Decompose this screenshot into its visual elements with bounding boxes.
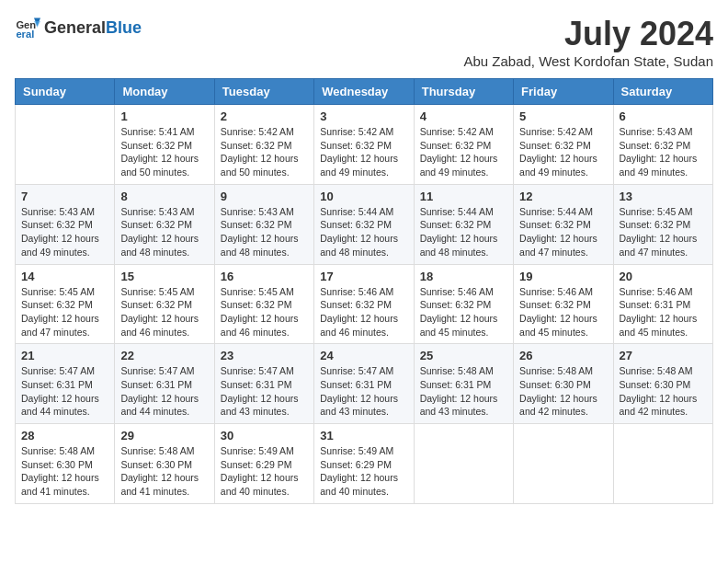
day-number: 20	[620, 270, 707, 283]
day-info: Sunrise: 5:44 AM Sunset: 6:32 PM Dayligh…	[420, 205, 507, 259]
calendar-cell: 15Sunrise: 5:45 AM Sunset: 6:32 PM Dayli…	[115, 264, 214, 344]
calendar-cell: 8Sunrise: 5:43 AM Sunset: 6:32 PM Daylig…	[115, 184, 214, 264]
calendar-cell: 16Sunrise: 5:45 AM Sunset: 6:32 PM Dayli…	[214, 264, 313, 344]
calendar-cell: 3Sunrise: 5:42 AM Sunset: 6:32 PM Daylig…	[314, 105, 414, 185]
day-header-saturday: Saturday	[613, 79, 712, 105]
day-number: 5	[519, 109, 607, 123]
day-number: 10	[320, 190, 407, 203]
day-number: 8	[120, 190, 208, 203]
day-info: Sunrise: 5:46 AM Sunset: 6:31 PM Dayligh…	[620, 285, 707, 339]
day-number: 9	[221, 190, 308, 203]
day-header-wednesday: Wednesday	[314, 79, 414, 105]
logo-icon: Gen eral	[15, 15, 40, 40]
day-info: Sunrise: 5:48 AM Sunset: 6:30 PM Dayligh…	[21, 444, 108, 499]
header: Gen eral GeneralBlue July 2024 Abu Zabad…	[15, 15, 713, 69]
day-info: Sunrise: 5:47 AM Sunset: 6:31 PM Dayligh…	[21, 364, 108, 419]
day-info: Sunrise: 5:42 AM Sunset: 6:32 PM Dayligh…	[320, 125, 407, 179]
svg-text:eral: eral	[16, 29, 34, 40]
day-number: 30	[221, 429, 308, 442]
day-number: 11	[420, 190, 507, 203]
calendar-cell: 24Sunrise: 5:47 AM Sunset: 6:31 PM Dayli…	[314, 344, 414, 424]
calendar-cell: 2Sunrise: 5:42 AM Sunset: 6:32 PM Daylig…	[214, 105, 313, 185]
day-info: Sunrise: 5:46 AM Sunset: 6:32 PM Dayligh…	[320, 285, 407, 339]
day-info: Sunrise: 5:45 AM Sunset: 6:32 PM Dayligh…	[620, 205, 707, 259]
calendar-cell: 26Sunrise: 5:48 AM Sunset: 6:30 PM Dayli…	[514, 344, 613, 424]
day-number: 7	[21, 190, 108, 203]
day-header-friday: Friday	[514, 79, 613, 105]
day-info: Sunrise: 5:43 AM Sunset: 6:32 PM Dayligh…	[221, 205, 308, 259]
day-info: Sunrise: 5:48 AM Sunset: 6:30 PM Dayligh…	[519, 364, 607, 419]
day-number: 28	[21, 429, 108, 442]
calendar-cell: 10Sunrise: 5:44 AM Sunset: 6:32 PM Dayli…	[314, 184, 414, 264]
calendar-cell	[613, 424, 712, 504]
week-row-2: 7Sunrise: 5:43 AM Sunset: 6:32 PM Daylig…	[16, 184, 713, 264]
day-number: 14	[21, 270, 108, 283]
day-header-tuesday: Tuesday	[214, 79, 313, 105]
logo-text: GeneralBlue	[44, 18, 142, 38]
day-number: 24	[320, 349, 407, 362]
calendar-body: 1Sunrise: 5:41 AM Sunset: 6:32 PM Daylig…	[16, 105, 713, 504]
day-number: 27	[620, 349, 707, 362]
day-info: Sunrise: 5:49 AM Sunset: 6:29 PM Dayligh…	[320, 444, 407, 499]
calendar-table: SundayMondayTuesdayWednesdayThursdayFrid…	[15, 78, 713, 504]
day-info: Sunrise: 5:48 AM Sunset: 6:30 PM Dayligh…	[620, 364, 707, 419]
calendar-cell: 9Sunrise: 5:43 AM Sunset: 6:32 PM Daylig…	[214, 184, 313, 264]
day-info: Sunrise: 5:44 AM Sunset: 6:32 PM Dayligh…	[320, 205, 407, 259]
day-info: Sunrise: 5:42 AM Sunset: 6:32 PM Dayligh…	[221, 125, 308, 179]
day-header-monday: Monday	[115, 79, 214, 105]
day-number: 19	[519, 270, 607, 283]
calendar-cell: 5Sunrise: 5:42 AM Sunset: 6:32 PM Daylig…	[514, 105, 613, 185]
calendar-cell: 12Sunrise: 5:44 AM Sunset: 6:32 PM Dayli…	[514, 184, 613, 264]
calendar-cell: 6Sunrise: 5:43 AM Sunset: 6:32 PM Daylig…	[613, 105, 712, 185]
day-info: Sunrise: 5:45 AM Sunset: 6:32 PM Dayligh…	[21, 285, 108, 339]
calendar-cell: 14Sunrise: 5:45 AM Sunset: 6:32 PM Dayli…	[16, 264, 115, 344]
day-number: 3	[320, 109, 407, 123]
day-info: Sunrise: 5:48 AM Sunset: 6:31 PM Dayligh…	[420, 364, 507, 419]
day-number: 21	[21, 349, 108, 362]
day-info: Sunrise: 5:43 AM Sunset: 6:32 PM Dayligh…	[120, 205, 208, 259]
calendar-cell: 1Sunrise: 5:41 AM Sunset: 6:32 PM Daylig…	[115, 105, 214, 185]
calendar-cell	[514, 424, 613, 504]
day-info: Sunrise: 5:42 AM Sunset: 6:32 PM Dayligh…	[519, 125, 607, 179]
header-row: SundayMondayTuesdayWednesdayThursdayFrid…	[16, 79, 713, 105]
calendar-cell: 17Sunrise: 5:46 AM Sunset: 6:32 PM Dayli…	[314, 264, 414, 344]
calendar-cell: 13Sunrise: 5:45 AM Sunset: 6:32 PM Dayli…	[613, 184, 712, 264]
day-header-thursday: Thursday	[414, 79, 513, 105]
main-title: July 2024	[463, 15, 713, 53]
calendar-cell: 31Sunrise: 5:49 AM Sunset: 6:29 PM Dayli…	[314, 424, 414, 504]
calendar-cell: 19Sunrise: 5:46 AM Sunset: 6:32 PM Dayli…	[514, 264, 613, 344]
calendar-cell: 22Sunrise: 5:47 AM Sunset: 6:31 PM Dayli…	[115, 344, 214, 424]
day-info: Sunrise: 5:42 AM Sunset: 6:32 PM Dayligh…	[420, 125, 507, 179]
day-number: 17	[320, 270, 407, 283]
day-number: 12	[519, 190, 607, 203]
day-info: Sunrise: 5:47 AM Sunset: 6:31 PM Dayligh…	[320, 364, 407, 419]
day-number: 23	[221, 349, 308, 362]
calendar-cell: 23Sunrise: 5:47 AM Sunset: 6:31 PM Dayli…	[214, 344, 313, 424]
day-number: 29	[120, 429, 208, 442]
logo-general: General	[44, 18, 106, 37]
calendar-cell: 4Sunrise: 5:42 AM Sunset: 6:32 PM Daylig…	[414, 105, 513, 185]
day-info: Sunrise: 5:44 AM Sunset: 6:32 PM Dayligh…	[519, 205, 607, 259]
day-info: Sunrise: 5:46 AM Sunset: 6:32 PM Dayligh…	[420, 285, 507, 339]
day-info: Sunrise: 5:43 AM Sunset: 6:32 PM Dayligh…	[21, 205, 108, 259]
day-info: Sunrise: 5:47 AM Sunset: 6:31 PM Dayligh…	[221, 364, 308, 419]
calendar-cell: 27Sunrise: 5:48 AM Sunset: 6:30 PM Dayli…	[613, 344, 712, 424]
calendar-cell: 21Sunrise: 5:47 AM Sunset: 6:31 PM Dayli…	[16, 344, 115, 424]
calendar-cell: 29Sunrise: 5:48 AM Sunset: 6:30 PM Dayli…	[115, 424, 214, 504]
day-info: Sunrise: 5:41 AM Sunset: 6:32 PM Dayligh…	[120, 125, 208, 179]
day-number: 31	[320, 429, 407, 442]
calendar-cell: 28Sunrise: 5:48 AM Sunset: 6:30 PM Dayli…	[16, 424, 115, 504]
logo-blue: Blue	[106, 18, 142, 37]
logo: Gen eral GeneralBlue	[15, 15, 142, 40]
calendar-cell: 18Sunrise: 5:46 AM Sunset: 6:32 PM Dayli…	[414, 264, 513, 344]
day-number: 2	[221, 109, 308, 123]
day-header-sunday: Sunday	[16, 79, 115, 105]
day-number: 15	[120, 270, 208, 283]
day-number: 22	[120, 349, 208, 362]
calendar-cell	[16, 105, 115, 185]
day-number: 4	[420, 109, 507, 123]
day-info: Sunrise: 5:46 AM Sunset: 6:32 PM Dayligh…	[519, 285, 607, 339]
calendar-cell: 20Sunrise: 5:46 AM Sunset: 6:31 PM Dayli…	[613, 264, 712, 344]
day-info: Sunrise: 5:45 AM Sunset: 6:32 PM Dayligh…	[120, 285, 208, 339]
day-number: 6	[620, 109, 707, 123]
